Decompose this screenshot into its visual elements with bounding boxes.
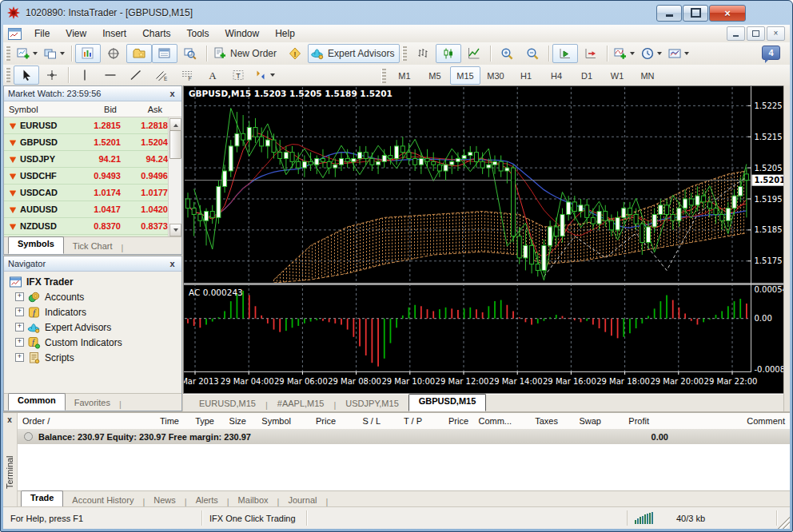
terminal-column-type[interactable]: Type — [184, 416, 219, 426]
terminal-column-swap[interactable]: Swap — [563, 416, 606, 426]
terminal-column-symbol[interactable]: Symbol — [251, 416, 296, 426]
toolbar-grip[interactable] — [381, 69, 386, 83]
column-header-symbol[interactable]: Symbol — [4, 105, 76, 114]
menu-tools[interactable]: Tools — [179, 26, 217, 42]
timeframe-m30[interactable]: M30 — [480, 66, 511, 85]
chart-shift-button[interactable] — [578, 44, 604, 63]
timeframe-m15[interactable]: M15 — [450, 66, 480, 85]
new-chart-button[interactable] — [14, 44, 41, 63]
one-click-trading-toggle[interactable]: IFX One Click Trading — [202, 510, 307, 526]
quote-row-usdcad[interactable]: USDCAD1.01741.0177 — [4, 185, 181, 201]
vline-tool-button[interactable] — [72, 66, 98, 85]
expand-plus-icon[interactable]: + — [15, 323, 24, 332]
terminal-column-price[interactable]: Price — [427, 416, 473, 426]
navigator-close-button[interactable]: x — [167, 259, 177, 269]
quote-row-eurusd[interactable]: EURUSD1.28151.2818 — [4, 117, 181, 134]
market-watch-close-button[interactable]: x — [167, 89, 177, 99]
quote-row-nzdusd[interactable]: NZDUSD0.83700.8373 — [4, 218, 181, 235]
data-window-toggle-button[interactable] — [101, 44, 126, 63]
expand-plus-icon[interactable]: + — [15, 292, 24, 301]
chart-tab-usdjpy-m15[interactable]: USDJPY,M15 — [336, 397, 408, 411]
timeframe-h4[interactable]: H4 — [541, 66, 572, 85]
scrollbar-thumb[interactable] — [169, 130, 181, 159]
text-tool-button[interactable]: A — [200, 66, 225, 85]
expand-plus-icon[interactable]: + — [15, 308, 24, 316]
navigator-tab-common[interactable]: Common — [8, 393, 66, 411]
market-watch-title-bar[interactable]: Market Watch: 23:59:56 x — [4, 86, 181, 101]
terminal-column-tp[interactable]: T / P — [385, 416, 427, 426]
periods-button[interactable] — [638, 44, 665, 63]
scroll-down-button[interactable] — [169, 224, 181, 236]
column-header-ask[interactable]: Ask — [122, 105, 167, 114]
market-watch-toggle-button[interactable] — [75, 44, 101, 63]
scroll-up-button[interactable] — [169, 118, 181, 131]
timeframe-m5[interactable]: M5 — [420, 66, 450, 85]
chart-tab--aapl-m15[interactable]: #AAPL,M15 — [268, 397, 334, 411]
profiles-button[interactable] — [41, 44, 68, 63]
navigator-item-custom-indicators[interactable]: +fCustom Indicators — [4, 335, 181, 350]
comments-badge[interactable]: 4 — [762, 46, 780, 60]
chart-tab-gbpusd-m15[interactable]: GBPUSD,M15 — [408, 394, 487, 411]
zoom-out-button[interactable] — [520, 44, 545, 63]
menu-window[interactable]: Window — [217, 26, 268, 42]
trendline-tool-button[interactable] — [123, 66, 149, 85]
menu-charts[interactable]: Charts — [134, 26, 178, 42]
terminal-toggle-button[interactable] — [152, 44, 177, 63]
mdi-child-icon[interactable] — [8, 28, 22, 40]
indicators-list-button[interactable] — [611, 44, 638, 63]
toolbar-grip[interactable] — [6, 68, 10, 82]
fibonacci-tool-button[interactable]: F — [174, 66, 200, 85]
terminal-column-comm[interactable]: Comm... — [473, 416, 516, 426]
mdi-minimize-button[interactable] — [727, 26, 745, 41]
navigator-root-ifx-trader[interactable]: IFX Trader — [4, 274, 181, 289]
mdi-close-button[interactable]: × — [767, 26, 785, 41]
navigator-item-accounts[interactable]: +Accounts — [4, 289, 181, 304]
quote-row-audusd[interactable]: AUDUSD1.04171.0420 — [4, 201, 181, 218]
quote-row-gbpusd[interactable]: GBPUSD1.52011.5204 — [4, 134, 181, 151]
label-tool-button[interactable]: T — [225, 66, 251, 85]
timeframe-w1[interactable]: W1 — [602, 66, 632, 85]
terminal-column-comment[interactable]: Comment — [654, 416, 790, 426]
close-button[interactable]: × — [709, 5, 746, 22]
market-watch-tab-symbols[interactable]: Symbols — [8, 236, 64, 254]
quote-row-usdjpy[interactable]: USDJPY94.2194.24 — [4, 151, 181, 168]
navigator-item-indicators[interactable]: +fIndicators — [4, 304, 181, 320]
terminal-column-price[interactable]: Price — [296, 416, 341, 426]
line-chart-mode-button[interactable] — [461, 44, 487, 63]
market-watch-tab-tick-chart[interactable]: Tick Chart — [64, 240, 122, 254]
menu-help[interactable]: Help — [267, 26, 303, 42]
navigator-toggle-button[interactable] — [126, 44, 152, 63]
terminal-tab-trade[interactable]: Trade — [21, 490, 63, 508]
channel-tool-button[interactable]: E — [149, 66, 174, 85]
title-bar[interactable]: 1020890: InstaTrader - [GBPUSD,M15] × — [1, 1, 792, 25]
terminal-column-profit[interactable]: Profit — [606, 416, 654, 426]
navigator-title-bar[interactable]: Navigator x — [4, 256, 181, 272]
zoom-in-button[interactable] — [494, 44, 520, 63]
terminal-close-button[interactable]: x — [5, 415, 14, 425]
arrows-tool-button[interactable] — [251, 66, 278, 85]
terminal-column-taxes[interactable]: Taxes — [516, 416, 563, 426]
menu-file[interactable]: File — [26, 26, 58, 42]
bar-chart-mode-button[interactable] — [410, 44, 436, 63]
terminal-balance-row[interactable]: Balance: 230.97 Equity: 230.97 Free marg… — [18, 429, 790, 444]
terminal-column-size[interactable]: Size — [219, 416, 251, 426]
timeframe-m1[interactable]: M1 — [389, 66, 420, 85]
terminal-column-order[interactable]: Order / — [18, 416, 122, 426]
expand-plus-icon[interactable]: + — [15, 353, 24, 362]
timeframe-mn[interactable]: MN — [632, 66, 663, 85]
navigator-item-scripts[interactable]: +Scripts — [4, 350, 181, 365]
expert-advisors-toggle-button[interactable]: Expert Advisors — [308, 44, 400, 63]
toolbar-grip[interactable] — [6, 46, 10, 61]
toolbar-grip[interactable] — [402, 46, 407, 61]
cursor-tool-button[interactable] — [14, 66, 39, 85]
column-header-bid[interactable]: Bid — [76, 105, 122, 114]
chart-tab-eurusd-m15[interactable]: EURUSD,M15 — [189, 397, 265, 411]
mdi-restore-button[interactable] — [747, 26, 765, 41]
minimize-button[interactable] — [656, 5, 682, 22]
timeframe-d1[interactable]: D1 — [572, 66, 602, 85]
chart-window[interactable]: 1.52251.52151.52051.51951.51851.51751.52… — [183, 85, 789, 394]
resize-grip[interactable] — [777, 511, 790, 529]
crosshair-tool-button[interactable] — [39, 66, 65, 85]
maximize-button[interactable] — [683, 5, 708, 22]
templates-button[interactable] — [665, 44, 692, 63]
